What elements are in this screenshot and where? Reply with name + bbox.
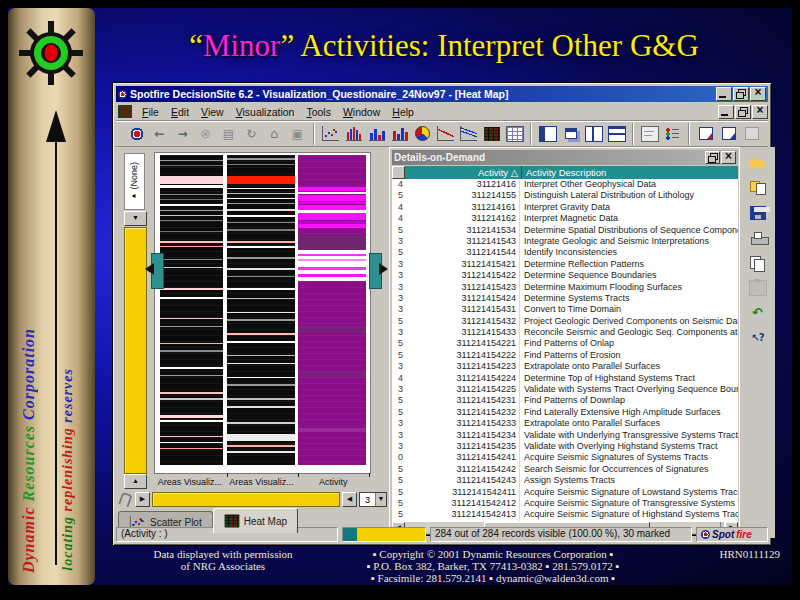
table-row[interactable]: 5311214155Distinguish Lateral Distributi… [392,190,738,201]
back-button[interactable] [148,123,171,144]
y-axis-dropdown-button[interactable]: ▼ [124,211,147,226]
combo-dropdown-icon[interactable]: ▼ [375,493,386,506]
split-v-button[interactable] [582,123,605,144]
table-row[interactable]: 331121415433Reconcile Seismic and Geolog… [392,327,738,338]
vertical-scroll-button[interactable]: ▲ [124,474,147,489]
table-row[interactable]: 4311214162Interpret Magnetic Data [392,213,738,224]
column-count-combo[interactable]: 3 ▼ [359,492,387,507]
copy-button[interactable] [745,252,771,274]
horizontal-scrollbar[interactable] [152,492,340,507]
minimize-button[interactable] [716,87,732,101]
table-row[interactable]: 331121415424Determine Systems Tracts [392,293,738,304]
heatmap-button[interactable] [480,123,503,144]
dod-titlebar[interactable]: Details-on-Demand [392,150,738,165]
dod-column-activity[interactable]: Activity △ [405,166,522,179]
menu-help[interactable]: Help [386,105,420,119]
table-row[interactable]: 331121415431Convert to Time Domain [392,304,738,315]
bar1-button[interactable] [365,123,388,144]
table-row[interactable]: 3311214154223Extrapolate onto Parallel S… [392,361,738,372]
heatmap-column-2[interactable] [227,155,295,465]
dod-restore-button[interactable] [705,151,720,164]
table-row[interactable]: 53112141544Identify Inconsistencies [392,247,738,258]
export3-button[interactable] [740,123,763,144]
table-row[interactable]: 5311214154222Find Patterns of Erosion [392,350,738,361]
tab-heat-map[interactable]: Heat Map [213,508,298,533]
dod-column-description[interactable]: Activity Description [522,166,738,179]
refresh-button[interactable] [240,123,263,144]
child-close-button[interactable] [752,105,768,119]
table-row[interactable]: 53112141542411Acquire Seismic Signature … [392,487,738,498]
h-scroll-right-button[interactable]: ▶ [135,492,150,507]
table-row[interactable]: 5311214154232Find Laterally Extensive Hi… [392,407,738,418]
line-red-button[interactable] [434,123,457,144]
target-button[interactable] [125,123,148,144]
export2-button[interactable] [717,123,740,144]
save-button[interactable] [745,202,771,224]
table-row[interactable]: 5311214154242Search Seismic for Occurren… [392,464,738,475]
table-button[interactable] [503,123,526,144]
table-row[interactable]: 4311214154224Determine Top of Highstand … [392,373,738,384]
h-scroll-left-button[interactable]: ◀ [342,492,357,507]
table-row[interactable]: 5311214154221Find Patterns of Onlap [392,338,738,349]
menu-view[interactable]: View [195,105,230,119]
paste-button[interactable] [745,277,771,299]
table-row[interactable]: 53112141542412Acquire Seismic Signature … [392,498,738,509]
child-restore-button[interactable] [735,105,751,119]
table-row[interactable]: 53112141542413Acquire Seismic Signature … [392,509,738,520]
open-folder-button[interactable] [745,152,771,174]
table-row[interactable]: 5311214154243Assign Systems Tracts [392,475,738,486]
table-row[interactable]: 331121415423Determine Maximum Flooding S… [392,282,738,293]
menu-visualization[interactable]: Visualization [230,105,301,119]
properties-button[interactable] [638,123,661,144]
stop-button[interactable] [194,123,217,144]
new-doc-button[interactable] [217,123,240,144]
menu-tools[interactable]: Tools [300,105,337,119]
table-row[interactable]: 0311214154241Acquire Seismic Signatures … [392,452,738,463]
table-row[interactable]: 5311214154231Find Patterns of Downlap [392,395,738,406]
whats-this-button[interactable] [745,327,771,349]
table-row[interactable]: 3311214154225Validate with Systems Tract… [392,384,738,395]
table-row[interactable]: 331121415421Determine Reflection Pattern… [392,259,738,270]
heatmap-column-1[interactable] [160,155,223,465]
bar2-button[interactable] [388,123,411,144]
dod-close-button[interactable] [721,151,736,164]
home-button[interactable] [263,123,286,144]
dod-corner-cell[interactable] [392,166,405,179]
pie-button[interactable] [411,123,434,144]
export1-button[interactable] [694,123,717,144]
print-button[interactable] [286,123,309,144]
menu-file[interactable]: File [136,105,165,119]
cascade-button[interactable] [559,123,582,144]
table-row[interactable]: 4311214161Interpret Gravity Data [392,202,738,213]
table-row[interactable]: 33112141543Integrate Geologic and Seismi… [392,236,738,247]
hist-button[interactable] [342,123,365,144]
printer-button[interactable] [745,227,771,249]
line-blue-button[interactable] [457,123,480,144]
new-copy-button[interactable] [745,177,771,199]
child-window-icon[interactable] [118,105,132,118]
scatter-button[interactable] [319,123,342,144]
window-titlebar[interactable]: Spotfire DecisionSite 6.2 - Visualizatio… [116,86,768,102]
table-row[interactable]: 531121415432Project Geologic Derived Com… [392,316,738,327]
menu-window[interactable]: Window [337,105,386,119]
close-button[interactable] [750,87,766,101]
table-row[interactable]: 3311214154233Extrapolate onto Parallel S… [392,418,738,429]
child-minimize-button[interactable] [718,105,734,119]
table-row[interactable]: 331121415422Determine Sequence Boundarie… [392,270,738,281]
table-row[interactable]: 53112141534Determine Spatial Distributio… [392,225,738,236]
split-h-button[interactable] [605,123,628,144]
annotation-clip-icon[interactable] [118,492,133,508]
panel-left-button[interactable] [536,123,559,144]
y-axis-selector[interactable]: ▸ (None) [124,153,145,210]
heatmap-column-3[interactable] [298,155,366,465]
cell-partial: 5 [392,487,403,498]
table-row[interactable]: 3311214154235Validate with Overlying Hig… [392,441,738,452]
menu-edit[interactable]: Edit [165,105,195,119]
forward-button[interactable] [171,123,194,144]
restore-button[interactable] [733,87,749,101]
table-row[interactable]: 3311214154234Validate with Underlying Tr… [392,430,738,441]
column-count-value: 3 [360,495,375,505]
table-row[interactable]: 431121416Interpret Other Geophysical Dat… [392,179,738,190]
legend-button[interactable] [661,123,684,144]
undo-button[interactable] [745,302,771,324]
